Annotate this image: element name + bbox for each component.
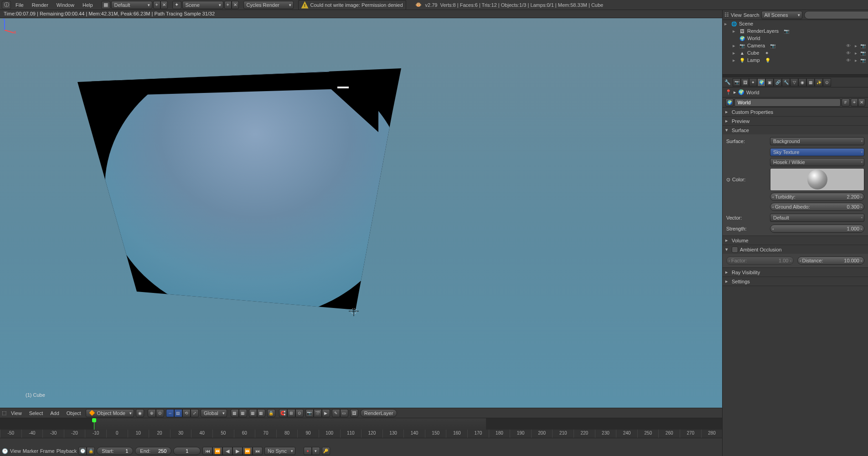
sync-mode-dropdown[interactable]: No Sync — [264, 447, 295, 455]
manipulator-rotate[interactable]: ⟲ — [182, 409, 191, 417]
outliner-display-mode[interactable]: All Scenes — [761, 11, 802, 19]
pivot-align-toggle[interactable]: ⊙ — [156, 409, 164, 417]
vector-input-dropdown[interactable]: Default — [770, 214, 864, 222]
use-preview-range[interactable]: 🕐 — [78, 447, 87, 455]
expand-icon[interactable]: ▸ — [724, 21, 729, 27]
sky-model-dropdown[interactable]: Hosek / Wilkie — [770, 158, 864, 166]
editor-type-timeline-icon[interactable]: 🕐 — [2, 448, 8, 454]
manipulator-translate[interactable]: ▤ — [174, 409, 182, 417]
layers-button-3[interactable]: ▦ — [249, 409, 257, 417]
tl-frame-menu[interactable]: Frame — [40, 448, 55, 454]
world-name-input[interactable] — [734, 98, 841, 107]
manipulator-toggle[interactable]: ↔ — [166, 409, 174, 417]
lock-time-range[interactable]: 🔒 — [87, 447, 95, 455]
panel-ambient-occlusion[interactable]: ▾Ambient Occlusion — [723, 245, 868, 254]
tab-particles[interactable]: ✨ — [815, 78, 823, 87]
render-opengl-anim[interactable]: 🎬 — [314, 409, 322, 417]
screen-layout-icon[interactable]: ▦ — [101, 1, 110, 9]
tab-texture[interactable]: ▦ — [806, 78, 815, 87]
item-data-icon[interactable]: 📷 — [783, 28, 790, 34]
add-layout-button[interactable]: + — [153, 1, 160, 9]
menu-window[interactable]: Window — [53, 1, 78, 9]
breadcrumb-world[interactable]: World — [746, 90, 760, 95]
editor-type-3dview-icon[interactable]: ⬚ — [2, 410, 6, 416]
editor-type-properties-icon[interactable]: 🔧 — [724, 79, 731, 85]
restrict-select-icon[interactable]: ▸ — [852, 50, 859, 56]
tab-world[interactable]: 🌍 — [757, 78, 765, 87]
object-menu[interactable]: Object — [64, 410, 84, 417]
tab-physics[interactable]: ⊙ — [823, 78, 831, 87]
expand-icon[interactable]: ▸ — [733, 43, 737, 49]
strength-slider[interactable]: 1.000 — [770, 225, 864, 233]
ao-factor-slider[interactable]: Factor:1.00 — [726, 256, 794, 265]
delete-layout-button[interactable]: ✕ — [160, 1, 168, 9]
scene-icon[interactable]: ✦ — [172, 1, 181, 9]
screen-layout-dropdown[interactable]: Default — [111, 1, 152, 9]
gpencil-mode[interactable]: ▭ — [340, 409, 348, 417]
expand-icon[interactable]: ▸ — [733, 28, 737, 34]
view-menu[interactable]: View — [8, 410, 25, 417]
panel-volume[interactable]: ▸Volume — [723, 236, 868, 245]
timeline-track[interactable]: -50-40-30-20-100102030405060708090100110… — [0, 418, 722, 438]
frame-current-field[interactable]: 1 — [173, 447, 201, 455]
layers-button-2[interactable]: ▦ — [239, 409, 247, 417]
tl-playback-menu[interactable]: Playback — [57, 448, 77, 454]
restrict-select-icon[interactable]: ▸ — [852, 42, 859, 49]
layers-button-4[interactable]: ▦ — [257, 409, 265, 417]
tab-render[interactable]: 📷 — [733, 78, 741, 87]
pin-icon[interactable]: 📍 — [725, 89, 732, 95]
fake-user-button[interactable]: F — [842, 98, 850, 107]
tl-marker-menu[interactable]: Marker — [23, 448, 38, 454]
menu-help[interactable]: Help — [79, 1, 97, 9]
panel-ray-visibility[interactable]: ▸Ray Visibility — [723, 268, 868, 277]
play-button[interactable]: ▶ — [232, 447, 243, 455]
menu-file[interactable]: File — [12, 1, 27, 9]
tab-render-layers[interactable]: 🖼 — [741, 78, 749, 87]
mode-dropdown[interactable]: 🔶 Object Mode — [86, 409, 134, 417]
color-input-dropdown[interactable]: Sky Texture — [770, 148, 864, 156]
3d-viewport[interactable]: z x (1) Cube — [0, 18, 722, 408]
snap-element[interactable]: ⊞ — [287, 409, 295, 417]
turbidity-slider[interactable]: Turbidity:2.200 — [770, 193, 864, 201]
outliner-row[interactable]: ▸💡Lamp💡👁▸📷 — [723, 56, 868, 64]
play-reverse-button[interactable]: ◀ — [222, 447, 232, 455]
surface-shader-dropdown[interactable]: Background — [770, 137, 864, 145]
viewport-shading-icon[interactable]: ◉ — [136, 409, 144, 417]
pivot-dropdown[interactable]: ⊕ — [148, 409, 156, 417]
item-data-icon[interactable]: 💡 — [765, 57, 771, 63]
item-data-icon[interactable]: 📷 — [770, 42, 776, 49]
panel-preview[interactable]: ▸Preview — [723, 117, 868, 125]
image-icon[interactable]: 🖼 — [350, 409, 358, 417]
render-slot-dropdown[interactable]: RenderLayer — [360, 409, 398, 417]
restrict-render-icon[interactable]: 📷 — [860, 57, 866, 63]
manipulator-scale[interactable]: ⤢ — [191, 409, 199, 417]
render-opengl-view[interactable]: ▶ — [322, 409, 330, 417]
menu-render[interactable]: Render — [28, 1, 52, 9]
world-browse-button[interactable]: 🌍 — [725, 98, 734, 107]
outliner-row[interactable]: ▸📷Camera📷👁▸📷 — [723, 42, 868, 49]
outliner-row[interactable]: ▸🌐Scene — [723, 20, 868, 27]
frame-start-field[interactable]: Start:1 — [97, 447, 133, 455]
add-scene-button[interactable]: + — [224, 1, 232, 9]
tab-modifiers[interactable]: 🔧 — [782, 78, 790, 87]
panel-custom-properties[interactable]: ▸Custom Properties — [723, 108, 868, 116]
tab-material[interactable]: ◉ — [798, 78, 806, 87]
restrict-view-icon[interactable]: 👁 — [845, 57, 852, 63]
keying-set-dropdown[interactable]: ▾ — [312, 447, 320, 455]
tab-constraints[interactable]: 🔗 — [774, 78, 782, 87]
restrict-render-icon[interactable]: 📷 — [860, 42, 866, 49]
tab-data[interactable]: ▽ — [790, 78, 798, 87]
sun-direction-widget[interactable] — [770, 168, 864, 191]
expand-icon[interactable]: ▸ — [733, 50, 737, 56]
layers-button-1[interactable]: ▦ — [231, 409, 239, 417]
outliner-tree[interactable]: ▸🌐Scene▸🖼RenderLayers📷🌍World▸📷Camera📷👁▸📷… — [723, 20, 868, 75]
insert-keyframe-button[interactable]: 🔑 — [322, 447, 330, 455]
jump-to-start-button[interactable]: ⏮ — [202, 447, 212, 455]
lock-camera-to-view[interactable]: 🔒 — [267, 409, 275, 417]
frame-end-field[interactable]: End:250 — [135, 447, 171, 455]
expand-icon[interactable]: ▸ — [733, 57, 737, 63]
panel-settings[interactable]: ▸Settings — [723, 277, 868, 286]
autokey-toggle[interactable]: ● — [304, 447, 312, 455]
restrict-view-icon[interactable]: 👁 — [845, 42, 852, 49]
ao-distance-slider[interactable]: Distance:10.000 — [797, 256, 865, 265]
